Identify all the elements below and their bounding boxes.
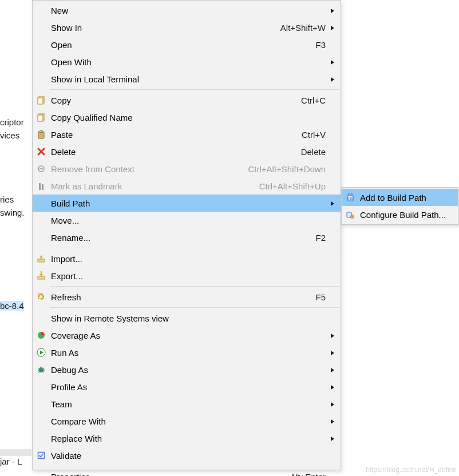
menu-item-import[interactable]: Import... bbox=[33, 250, 341, 267]
blank-icon bbox=[34, 312, 49, 324]
menu-separator bbox=[50, 466, 339, 466]
menu-item-label: Refresh bbox=[49, 292, 315, 302]
menu-item-label: Team bbox=[49, 399, 326, 409]
menu-item-label: Copy bbox=[49, 96, 301, 105]
menu-item-replace[interactable]: Replace With bbox=[33, 430, 341, 447]
menu-item-debugas[interactable]: Debug As bbox=[33, 361, 341, 378]
menu-item-export[interactable]: Export... bbox=[33, 267, 341, 284]
menu-item-label: Validate bbox=[49, 451, 326, 461]
menu-item-copyqn[interactable]: Copy Qualified Name bbox=[33, 109, 341, 126]
menu-item-label: Open bbox=[49, 40, 315, 50]
blank-icon bbox=[34, 232, 49, 243]
menu-item-label: Show in Local Terminal bbox=[49, 74, 326, 84]
menu-item-accel: Ctrl+C bbox=[301, 96, 328, 105]
menu-item-accel: F5 bbox=[315, 292, 328, 302]
menu-item-label: Mark as Landmark bbox=[49, 181, 259, 191]
copy-icon bbox=[34, 112, 49, 123]
chevron-right-icon bbox=[330, 331, 335, 340]
menu-item-label: Show In bbox=[49, 23, 280, 33]
blank-icon bbox=[34, 197, 49, 209]
context-menu[interactable]: NewShow InAlt+Shift+WOpenF3Open WithShow… bbox=[32, 0, 341, 470]
menu-item-label: Move... bbox=[49, 216, 326, 225]
menu-item-rctx[interactable]: Remove from ContextCtrl+Alt+Shift+Down bbox=[33, 160, 341, 177]
chevron-right-icon bbox=[330, 74, 335, 84]
menu-item-open[interactable]: OpenF3 bbox=[33, 36, 341, 53]
menu-item-delete[interactable]: DeleteDelete bbox=[33, 143, 341, 160]
menu-item-paste[interactable]: PasteCtrl+V bbox=[33, 126, 341, 143]
menu-item-compare[interactable]: Compare With bbox=[33, 412, 341, 430]
blank-icon bbox=[34, 22, 49, 33]
menu-item-accel: Ctrl+Alt+Shift+Up bbox=[259, 181, 328, 191]
menu-item-accel: Ctrl+Alt+Shift+Down bbox=[248, 164, 328, 174]
import-icon bbox=[34, 253, 49, 264]
menu-item-label: Debug As bbox=[49, 365, 326, 375]
menu-item-properties[interactable]: PropertiesAlt+Enter bbox=[33, 468, 341, 476]
menu-item-copy[interactable]: CopyCtrl+C bbox=[33, 92, 341, 109]
menu-item-label: Export... bbox=[49, 271, 326, 281]
chevron-right-icon bbox=[330, 399, 335, 409]
coverage-icon bbox=[34, 330, 49, 341]
menu-item-label: Build Path bbox=[49, 199, 326, 208]
cfgjar-icon bbox=[343, 209, 358, 220]
menu-item-accel: Delete bbox=[301, 147, 328, 157]
paste-icon bbox=[34, 129, 49, 140]
rctx-icon bbox=[34, 163, 49, 174]
menu-item-showin[interactable]: Show InAlt+Shift+W bbox=[33, 19, 341, 36]
buildpath-submenu[interactable]: Add to Build PathConfigure Build Path... bbox=[341, 187, 458, 225]
menu-item-label: Coverage As bbox=[49, 331, 326, 340]
run-icon bbox=[34, 347, 49, 358]
landmark-icon bbox=[34, 180, 49, 192]
bg-frag: jar - L bbox=[0, 457, 22, 466]
chevron-right-icon bbox=[330, 348, 335, 358]
menu-item-runas[interactable]: Run As bbox=[33, 344, 341, 361]
blank-icon bbox=[34, 415, 49, 427]
chevron-right-icon bbox=[330, 57, 335, 67]
menu-item-profileas[interactable]: Profile As bbox=[33, 378, 341, 395]
menu-item-label: Replace With bbox=[49, 434, 326, 443]
menu-separator bbox=[50, 248, 339, 248]
chevron-right-icon bbox=[330, 416, 335, 426]
menu-item-remsys[interactable]: Show in Remote Systems view bbox=[33, 310, 341, 327]
menu-item-accel: Alt+Enter bbox=[290, 472, 328, 477]
chevron-right-icon bbox=[330, 6, 335, 15]
menu-item-accel: F2 bbox=[315, 233, 328, 243]
menu-item-label: Import... bbox=[49, 254, 326, 264]
chevron-right-icon bbox=[330, 382, 335, 392]
bg-frag: vices bbox=[0, 130, 19, 140]
menu-item-localterm[interactable]: Show in Local Terminal bbox=[33, 70, 341, 88]
menu-item-refresh[interactable]: RefreshF5 bbox=[33, 288, 341, 306]
menu-item-label: Profile As bbox=[49, 382, 326, 392]
menu-item-team[interactable]: Team bbox=[33, 395, 341, 412]
export-icon bbox=[34, 270, 49, 281]
debug-icon bbox=[34, 364, 49, 375]
menu-item-landmark[interactable]: Mark as LandmarkCtrl+Alt+Shift+Up bbox=[33, 177, 341, 195]
menu-item-accel: F3 bbox=[315, 40, 328, 50]
bg-frag: criptor bbox=[0, 117, 24, 127]
bg-frag: bc-8.4 bbox=[0, 301, 24, 311]
menu-item-addbuild[interactable]: Add to Build Path bbox=[342, 189, 458, 206]
menu-item-label: Run As bbox=[49, 348, 326, 358]
blank-icon bbox=[34, 5, 49, 16]
menu-item-openwith[interactable]: Open With bbox=[33, 53, 341, 70]
menu-item-move[interactable]: Move... bbox=[33, 212, 341, 229]
menu-separator bbox=[50, 286, 339, 287]
menu-item-accel: Alt+Shift+W bbox=[280, 23, 328, 33]
menu-item-new[interactable]: New bbox=[33, 2, 341, 19]
menu-item-coverage[interactable]: Coverage As bbox=[33, 327, 341, 344]
menu-item-label: Copy Qualified Name bbox=[49, 113, 326, 122]
menu-item-cfgbuild[interactable]: Configure Build Path... bbox=[342, 206, 458, 223]
menu-item-buildpath[interactable]: Build Path bbox=[33, 195, 341, 212]
menu-item-accel: Ctrl+V bbox=[302, 130, 328, 140]
menu-item-rename[interactable]: Rename...F2 bbox=[33, 229, 341, 246]
menu-item-validate[interactable]: Validate bbox=[33, 447, 341, 464]
blank-icon bbox=[34, 39, 49, 50]
blank-icon bbox=[34, 56, 49, 68]
menu-separator bbox=[50, 89, 339, 90]
menu-item-label: Configure Build Path... bbox=[358, 210, 446, 220]
blank-icon bbox=[34, 73, 49, 85]
menu-item-label: Remove from Context bbox=[49, 164, 248, 174]
chevron-right-icon bbox=[330, 434, 335, 443]
menu-separator bbox=[50, 307, 339, 308]
menu-item-label: Open With bbox=[49, 57, 326, 67]
menu-item-label: Compare With bbox=[49, 416, 326, 426]
